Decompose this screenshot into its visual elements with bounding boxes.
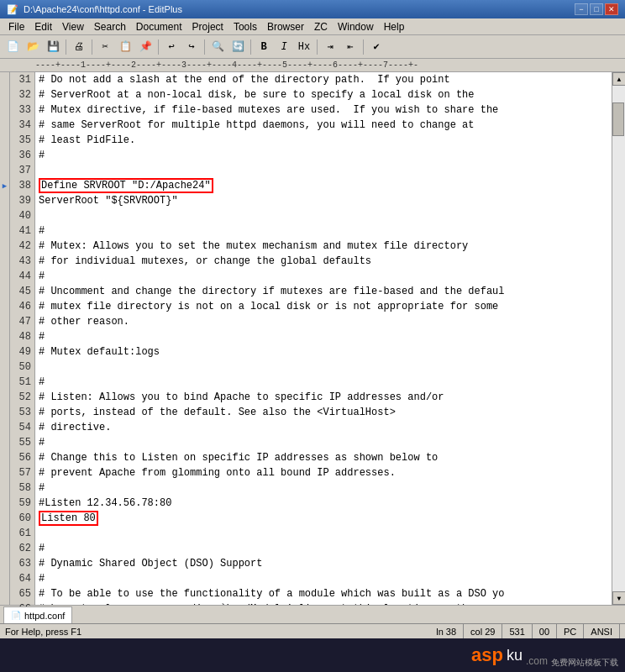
- toolbar-sep-2: [92, 39, 92, 55]
- cut-button[interactable]: ✂: [96, 38, 114, 56]
- scroll-down-arrow[interactable]: ▼: [612, 591, 625, 605]
- title-bar: 📝 D:\Apache24\conf\httpd.conf - EditPlus…: [0, 0, 625, 18]
- code-line: # ports, instead of the default. See als…: [35, 405, 612, 420]
- menu-edit[interactable]: Edit: [29, 19, 57, 34]
- scroll-up-arrow[interactable]: ▲: [612, 72, 625, 86]
- window-title: D:\Apache24\conf\httpd.conf - EditPlus: [24, 4, 182, 14]
- copy-button[interactable]: 📋: [116, 38, 134, 56]
- save-file-button[interactable]: 💾: [44, 38, 62, 56]
- status-col: col 29: [464, 624, 502, 638]
- tab-icon: 📄: [11, 611, 21, 620]
- status-num: 531: [502, 624, 532, 638]
- line-number: 50: [10, 360, 34, 375]
- line-number: 34: [10, 118, 34, 133]
- editor-area: ▶ 31323334353637383940414243444546474849…: [0, 72, 625, 605]
- line-number: 54: [10, 420, 34, 435]
- code-line: # same ServerRoot for multiple httpd dae…: [35, 118, 612, 133]
- bookmark-gutter: ▶: [0, 72, 10, 605]
- line-number: 51: [10, 375, 34, 390]
- undo-button[interactable]: ↩: [162, 38, 181, 56]
- line-number: 64: [10, 571, 34, 586]
- format-btn[interactable]: Hx: [295, 38, 313, 56]
- status-bar: For Help, press F1 ln 38 col 29 531 00 P…: [0, 623, 625, 638]
- menu-window[interactable]: Window: [333, 19, 379, 34]
- menu-file[interactable]: File: [3, 19, 29, 34]
- redo-button[interactable]: ↪: [182, 38, 201, 56]
- line-number: 46: [10, 299, 34, 314]
- open-file-button[interactable]: 📂: [24, 38, 42, 56]
- code-line: # ServerRoot at a non-local disk, be sur…: [35, 87, 612, 102]
- minimize-button[interactable]: −: [575, 3, 588, 15]
- gutter-row: [0, 163, 9, 178]
- line-number: 62: [10, 541, 34, 556]
- new-file-button[interactable]: 📄: [3, 38, 22, 56]
- line-number: 52: [10, 390, 34, 405]
- line-number: 58: [10, 480, 34, 496]
- line-number: 31: [10, 72, 34, 87]
- line-number: 55: [10, 435, 34, 450]
- replace-button[interactable]: 🔄: [228, 38, 247, 56]
- indent-button[interactable]: ⇥: [321, 38, 339, 56]
- code-line: # Uncomment and change the directory if …: [35, 284, 612, 299]
- toolbar-sep-1: [66, 39, 66, 55]
- code-line: #: [35, 148, 612, 163]
- maximize-button[interactable]: □: [590, 3, 603, 15]
- toolbar-sep-4: [204, 39, 205, 55]
- code-line: # for individual mutexes, or change the …: [35, 254, 612, 269]
- line-number: 63: [10, 556, 34, 571]
- app-icon: 📝: [7, 4, 18, 15]
- menu-view[interactable]: View: [57, 19, 89, 34]
- logo-sub: 免费网站模板下载: [551, 657, 618, 669]
- scroll-thumb[interactable]: [612, 102, 624, 136]
- menu-project[interactable]: Project: [187, 19, 228, 34]
- vertical-scrollbar[interactable]: ▲ ▼: [612, 72, 625, 605]
- menu-tools[interactable]: Tools: [228, 19, 262, 34]
- code-line: [35, 526, 612, 541]
- bold-button[interactable]: B: [255, 38, 273, 56]
- line-number: 43: [10, 254, 34, 269]
- code-line: #: [35, 329, 612, 344]
- status-code1: 00: [533, 624, 557, 638]
- print-button[interactable]: 🖨: [70, 38, 88, 56]
- menu-browser[interactable]: Browser: [262, 19, 309, 34]
- title-bar-title: 📝 D:\Apache24\conf\httpd.conf - EditPlus: [7, 4, 182, 15]
- code-line: [35, 163, 612, 178]
- outdent-button[interactable]: ⇤: [341, 38, 360, 56]
- menu-search[interactable]: Search: [89, 19, 131, 34]
- toolbar-sep-5: [250, 39, 251, 55]
- code-line: # Listen: Allows you to bind Apache to s…: [35, 390, 612, 405]
- paste-button[interactable]: 📌: [136, 38, 155, 56]
- gutter-row: [0, 72, 9, 87]
- code-line: # Change this to Listen on specific IP a…: [35, 450, 612, 465]
- line-numbers: 3132333435363738394041424344454647484950…: [10, 72, 35, 605]
- line-number: 39: [10, 193, 34, 208]
- status-encoding: ANSI: [584, 624, 620, 638]
- line-number: 44: [10, 269, 34, 284]
- code-line: # prevent Apache from glomming onto all …: [35, 465, 612, 480]
- gutter-row: [0, 118, 9, 133]
- line-number: 36: [10, 148, 34, 163]
- menu-zc[interactable]: ZC: [309, 19, 333, 34]
- menu-bar: File Edit View Search Document Project T…: [0, 18, 625, 35]
- search-button[interactable]: 🔍: [208, 38, 227, 56]
- scroll-track[interactable]: [612, 86, 625, 591]
- status-help: For Help, press F1: [5, 627, 429, 637]
- code-line: # Mutex default:logs: [35, 344, 612, 360]
- code-line: #Listen 12.34.56.78:80: [35, 496, 612, 511]
- line-number: 56: [10, 450, 34, 465]
- bottom-logo: asp ku .com 免费网站模板下载: [0, 638, 625, 672]
- line-number: 45: [10, 284, 34, 299]
- status-line: ln 38: [429, 624, 464, 638]
- code-area[interactable]: # Do not add a slash at the end of the d…: [35, 72, 612, 605]
- code-line: # have to place corresponding `LoadModul…: [35, 601, 612, 605]
- menu-help[interactable]: Help: [379, 19, 410, 34]
- code-line: # least PidFile.: [35, 133, 612, 148]
- menu-document[interactable]: Document: [131, 19, 187, 34]
- file-tab[interactable]: 📄 httpd.conf: [3, 606, 72, 623]
- line-number: 37: [10, 163, 34, 178]
- check-button[interactable]: ✔: [367, 38, 386, 56]
- italic-button[interactable]: I: [275, 38, 293, 56]
- close-button[interactable]: ✕: [605, 3, 618, 15]
- code-line: [35, 360, 612, 375]
- gutter-arrow-indicator: ▶: [0, 178, 9, 193]
